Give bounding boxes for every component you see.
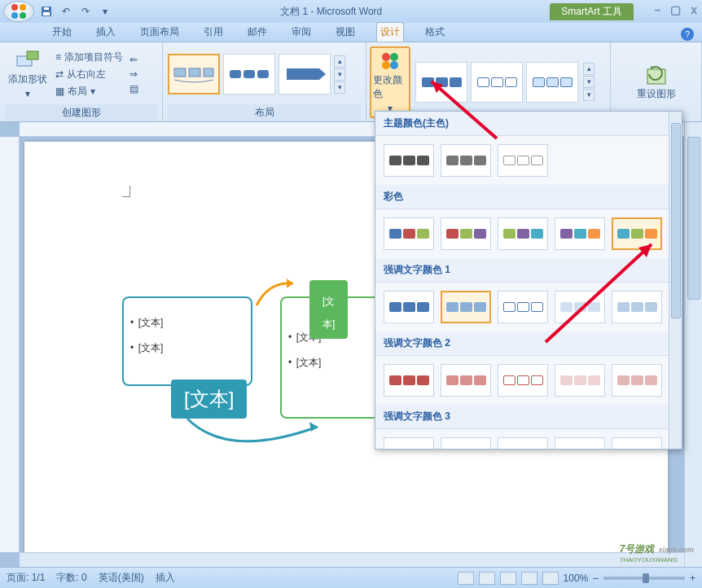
rtl-label: 从右向左 bbox=[67, 68, 106, 81]
smartart-connector bbox=[171, 410, 334, 459]
style-spinner: ▴ ▾ ▾ bbox=[583, 63, 595, 101]
smartart-tools-label: SmartArt 工具 bbox=[550, 3, 634, 20]
layout-option-1[interactable] bbox=[168, 54, 220, 94]
maximize-button[interactable]: ▢ bbox=[670, 3, 681, 16]
tab-format[interactable]: 格式 bbox=[422, 23, 448, 42]
svg-point-0 bbox=[11, 4, 18, 11]
status-page[interactable]: 页面: 1/1 bbox=[7, 571, 45, 585]
undo-icon[interactable]: ↶ bbox=[59, 4, 73, 19]
style-option-1[interactable] bbox=[415, 62, 467, 103]
smartart-graphic[interactable]: • [文本] • [文本] [文本] • [文本] • [文本] [文本] bbox=[122, 296, 252, 386]
style-option-3[interactable] bbox=[526, 62, 578, 103]
promote-button[interactable]: ⇐ bbox=[128, 53, 140, 66]
color-swatch[interactable] bbox=[612, 437, 662, 450]
add-shape-button[interactable]: 添加形状 ▾ bbox=[5, 48, 50, 101]
bullet-text: • [文本] bbox=[130, 333, 244, 358]
svg-point-2 bbox=[11, 12, 18, 19]
svg-marker-15 bbox=[287, 68, 326, 80]
zoom-level[interactable]: 100% bbox=[564, 573, 589, 584]
smartart-label-2[interactable]: [文本] bbox=[309, 280, 348, 339]
tab-view[interactable]: 视图 bbox=[332, 23, 358, 42]
smartart-shape-1[interactable]: • [文本] • [文本] bbox=[122, 296, 252, 386]
status-language[interactable]: 英语(美国) bbox=[99, 571, 144, 585]
svg-marker-23 bbox=[287, 279, 293, 288]
view-print-layout[interactable] bbox=[458, 572, 474, 585]
zoom-in-button[interactable]: + bbox=[690, 573, 695, 584]
add-shape-label: 添加形状 bbox=[8, 72, 47, 86]
horizontal-scrollbar[interactable] bbox=[20, 552, 684, 567]
redo-icon[interactable]: ↷ bbox=[78, 4, 93, 19]
tab-review[interactable]: 审阅 bbox=[288, 23, 314, 42]
color-swatch[interactable] bbox=[384, 437, 434, 450]
view-draft[interactable] bbox=[542, 572, 559, 585]
layout-option-3[interactable] bbox=[279, 54, 331, 94]
svg-rect-14 bbox=[257, 70, 269, 78]
layout-button[interactable]: ▦布局▾ bbox=[54, 84, 125, 99]
minimize-button[interactable]: – bbox=[654, 3, 660, 16]
style-down-button[interactable]: ▾ bbox=[583, 76, 595, 88]
svg-rect-13 bbox=[244, 70, 255, 78]
tab-references[interactable]: 引用 bbox=[200, 23, 226, 42]
help-icon[interactable]: ? bbox=[681, 28, 694, 41]
color-swatch[interactable] bbox=[498, 437, 548, 450]
color-swatch-selected[interactable] bbox=[612, 217, 662, 250]
tab-page-layout[interactable]: 页面布局 bbox=[137, 23, 182, 42]
color-swatch[interactable] bbox=[555, 437, 605, 450]
color-swatch[interactable] bbox=[384, 291, 434, 323]
view-outline[interactable] bbox=[521, 572, 537, 585]
color-swatch[interactable] bbox=[441, 217, 491, 250]
color-swatch[interactable] bbox=[498, 144, 548, 177]
text-pane-button[interactable]: ▤ bbox=[128, 82, 140, 95]
style-option-2[interactable] bbox=[471, 62, 523, 103]
tab-home[interactable]: 开始 bbox=[49, 23, 75, 42]
close-button[interactable]: x bbox=[691, 3, 697, 16]
zoom-slider[interactable] bbox=[603, 577, 685, 580]
office-button[interactable] bbox=[3, 1, 34, 22]
scrollbar-thumb[interactable] bbox=[671, 123, 681, 318]
layout-more-button[interactable]: ▾ bbox=[334, 81, 345, 94]
add-bullet-button[interactable]: ≡添加项目符号 bbox=[54, 50, 125, 65]
reset-graphic-button[interactable]: 重设图形 bbox=[634, 61, 679, 104]
vertical-ruler[interactable] bbox=[0, 137, 20, 552]
dropdown-scrollbar[interactable] bbox=[669, 112, 682, 449]
color-swatch[interactable] bbox=[612, 364, 662, 397]
color-swatch[interactable] bbox=[612, 291, 662, 323]
color-swatch[interactable] bbox=[441, 291, 491, 323]
svg-rect-9 bbox=[174, 68, 186, 77]
svg-rect-5 bbox=[43, 12, 50, 15]
layout-up-button[interactable]: ▴ bbox=[334, 55, 345, 68]
tab-design[interactable]: 设计 bbox=[376, 22, 404, 42]
layout-option-2[interactable] bbox=[223, 54, 275, 94]
style-up-button[interactable]: ▴ bbox=[583, 63, 595, 75]
color-swatch[interactable] bbox=[441, 364, 491, 397]
zoom-out-button[interactable]: – bbox=[593, 573, 599, 584]
view-full-screen[interactable] bbox=[479, 572, 495, 585]
qat-more-icon[interactable]: ▾ bbox=[98, 4, 112, 19]
color-swatch[interactable] bbox=[441, 144, 491, 177]
scrollbar-thumb[interactable] bbox=[687, 137, 700, 300]
color-swatch[interactable] bbox=[384, 144, 434, 177]
color-swatch[interactable] bbox=[384, 364, 434, 397]
color-swatch[interactable] bbox=[555, 217, 605, 250]
save-icon[interactable] bbox=[39, 4, 54, 19]
status-insert-mode[interactable]: 插入 bbox=[156, 571, 175, 585]
svg-rect-10 bbox=[189, 68, 200, 77]
color-swatch[interactable] bbox=[441, 437, 491, 450]
color-swatch[interactable] bbox=[498, 291, 548, 323]
rtl-button[interactable]: ⇄从右向左 bbox=[54, 67, 125, 82]
vertical-scrollbar[interactable] bbox=[684, 122, 702, 567]
demote-button[interactable]: ⇒ bbox=[128, 68, 140, 81]
status-words[interactable]: 字数: 0 bbox=[56, 571, 86, 585]
change-color-button[interactable]: 更改颜色 ▾ bbox=[370, 46, 410, 118]
color-swatch[interactable] bbox=[384, 217, 434, 250]
color-swatch[interactable] bbox=[498, 364, 548, 397]
layout-down-button[interactable]: ▾ bbox=[334, 68, 345, 81]
view-web-layout[interactable] bbox=[500, 572, 516, 585]
color-swatch[interactable] bbox=[498, 217, 548, 250]
bullet-text: • [文本] bbox=[130, 308, 244, 333]
tab-insert[interactable]: 插入 bbox=[93, 23, 119, 42]
tab-mailings[interactable]: 邮件 bbox=[244, 23, 270, 42]
color-swatch[interactable] bbox=[555, 364, 605, 397]
color-swatch[interactable] bbox=[555, 291, 605, 323]
style-more-button[interactable]: ▾ bbox=[583, 89, 595, 101]
